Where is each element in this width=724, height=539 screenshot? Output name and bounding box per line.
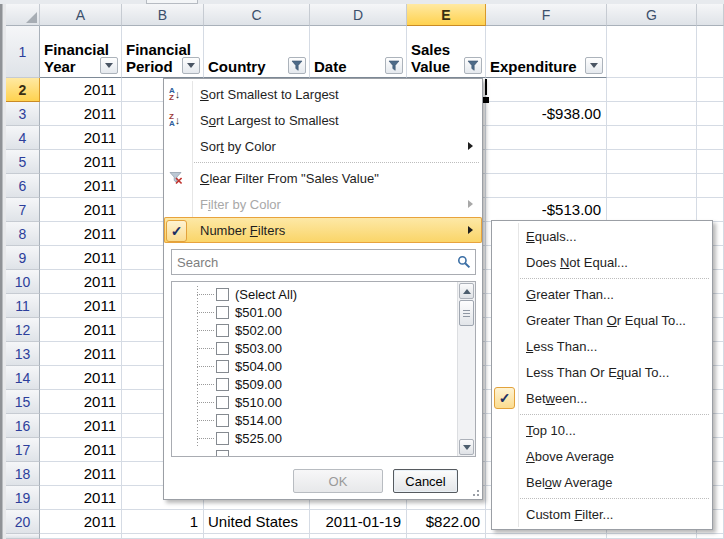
filter-button-financial-period[interactable]: [182, 57, 200, 74]
checkbox-unchecked[interactable]: [216, 378, 229, 391]
scroll-thumb[interactable]: [459, 300, 474, 326]
cell-H6[interactable]: [697, 174, 724, 198]
row-header-17[interactable]: 17: [6, 438, 40, 462]
checkbox-unchecked[interactable]: [216, 306, 229, 319]
row-header-18[interactable]: 18: [6, 462, 40, 486]
cell-A6[interactable]: 2011: [40, 174, 122, 198]
search-input[interactable]: [172, 250, 475, 274]
cell-A9[interactable]: 2011: [40, 246, 122, 270]
menu-item-equals[interactable]: Equals...: [492, 223, 712, 249]
menu-item-clear-filter-from-sales-value[interactable]: Clear Filter From "Sales Value": [164, 165, 482, 191]
cancel-button[interactable]: Cancel: [393, 469, 458, 493]
cell-H2[interactable]: [697, 78, 724, 102]
cell-H1[interactable]: [697, 26, 724, 78]
row-header-3[interactable]: 3: [6, 102, 40, 126]
column-header-C[interactable]: C: [204, 4, 310, 26]
search-icon[interactable]: [457, 255, 471, 272]
row-header-19[interactable]: 19: [6, 486, 40, 510]
value-item-503-00[interactable]: $503.00: [172, 339, 475, 357]
cell-A17[interactable]: 2011: [40, 438, 122, 462]
value-item-502-00[interactable]: $502.00: [172, 321, 475, 339]
cell-C21[interactable]: [204, 534, 310, 539]
cell-A12[interactable]: 2011: [40, 318, 122, 342]
checkbox-unchecked[interactable]: [216, 450, 229, 458]
cell-A19[interactable]: 2011: [40, 486, 122, 510]
cell-G7[interactable]: [607, 198, 697, 222]
cell-D20[interactable]: 2011-01-19: [310, 510, 407, 534]
cell-D1[interactable]: Date: [310, 26, 407, 78]
cell-H3[interactable]: [697, 102, 724, 126]
menu-item-does-not-equal[interactable]: Does Not Equal...: [492, 249, 712, 275]
menu-item-less-than-or-equal-to[interactable]: Less Than Or Equal To...: [492, 359, 712, 385]
cell-A15[interactable]: 2011: [40, 390, 122, 414]
cell-A14[interactable]: 2011: [40, 366, 122, 390]
checkbox-unchecked[interactable]: [216, 396, 229, 409]
row-header-12[interactable]: 12: [6, 318, 40, 342]
row-header-1[interactable]: 1: [6, 26, 40, 78]
cell-A16[interactable]: 2011: [40, 414, 122, 438]
cell-H4[interactable]: [697, 126, 724, 150]
cell-F1[interactable]: Expenditure: [486, 26, 607, 78]
column-header-A[interactable]: A: [40, 4, 122, 26]
menu-item-above-average[interactable]: Above Average: [492, 443, 712, 469]
cell-G3[interactable]: [607, 102, 697, 126]
cell-A5[interactable]: 2011: [40, 150, 122, 174]
cell-G2[interactable]: [607, 78, 697, 102]
row-header-13[interactable]: 13: [6, 342, 40, 366]
cell-F2[interactable]: [486, 78, 607, 102]
column-header-G[interactable]: G: [607, 4, 697, 26]
value-item-514-00[interactable]: $514.00: [172, 411, 475, 429]
cell-F4[interactable]: [486, 126, 607, 150]
menu-item-sort-largest-to-smallest[interactable]: ZA↓Sort Largest to Smallest: [164, 107, 482, 133]
cell-H21[interactable]: [697, 534, 724, 539]
row-header-4[interactable]: 4: [6, 126, 40, 150]
cell-G5[interactable]: [607, 150, 697, 174]
scroll-up-button[interactable]: [459, 283, 474, 299]
cell-E20[interactable]: $822.00: [407, 510, 486, 534]
menu-item-less-than[interactable]: Less Than...: [492, 333, 712, 359]
checkbox-unchecked[interactable]: [216, 288, 229, 301]
row-header-16[interactable]: 16: [6, 414, 40, 438]
cell-C1[interactable]: Country: [204, 26, 310, 78]
row-header-11[interactable]: 11: [6, 294, 40, 318]
value-item-select-all[interactable]: (Select All): [172, 285, 475, 303]
menu-item-number-filters[interactable]: Number Filters: [164, 217, 482, 243]
resize-grip[interactable]: [469, 486, 481, 498]
cell-A7[interactable]: 2011: [40, 198, 122, 222]
cell-A20[interactable]: 2011: [40, 510, 122, 534]
ok-button[interactable]: OK: [293, 469, 383, 493]
column-header-E[interactable]: E: [407, 4, 486, 26]
cell-A4[interactable]: 2011: [40, 126, 122, 150]
menu-item-sort-by-color[interactable]: Sort by Color: [164, 133, 482, 159]
cell-H5[interactable]: [697, 150, 724, 174]
select-all-corner[interactable]: [6, 4, 40, 26]
value-item-501-00[interactable]: $501.00: [172, 303, 475, 321]
column-header-B[interactable]: B: [122, 4, 204, 26]
checkbox-unchecked[interactable]: [216, 414, 229, 427]
value-item-510-00[interactable]: $510.00: [172, 393, 475, 411]
cell-E1[interactable]: Sales Value: [407, 26, 486, 78]
cell-F3[interactable]: -$938.00: [486, 102, 607, 126]
fill-handle[interactable]: [483, 97, 489, 103]
row-header-9[interactable]: 9: [6, 246, 40, 270]
cell-A13[interactable]: 2011: [40, 342, 122, 366]
row-header-20[interactable]: 20: [6, 510, 40, 534]
checkbox-unchecked[interactable]: [216, 324, 229, 337]
cell-A2[interactable]: 2011: [40, 78, 122, 102]
cell-A8[interactable]: 2011: [40, 222, 122, 246]
cell-A18[interactable]: 2011: [40, 462, 122, 486]
cell-D21[interactable]: [310, 534, 407, 539]
cell-F7[interactable]: -$513.00: [486, 198, 607, 222]
cell-F6[interactable]: [486, 174, 607, 198]
filter-button-financial-year[interactable]: [100, 57, 118, 74]
cell-G6[interactable]: [607, 174, 697, 198]
menu-item-top-10[interactable]: Top 10...: [492, 417, 712, 443]
value-item-clipped[interactable]: [172, 447, 475, 457]
value-item-525-00[interactable]: $525.00: [172, 429, 475, 447]
filter-button-sales-value[interactable]: [464, 57, 482, 74]
cell-G4[interactable]: [607, 126, 697, 150]
menu-item-greater-than[interactable]: Greater Than...: [492, 281, 712, 307]
column-header-partial[interactable]: [697, 4, 724, 26]
row-header-10[interactable]: 10: [6, 270, 40, 294]
row-header-6[interactable]: 6: [6, 174, 40, 198]
